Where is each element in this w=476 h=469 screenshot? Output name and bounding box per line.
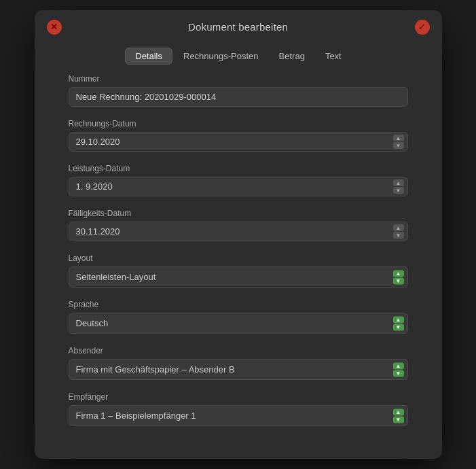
absender-select[interactable]: Firma mit Geschäftspapier – Absender B — [69, 359, 408, 380]
leistungsdatum-down-arrow[interactable]: ▼ — [393, 187, 404, 194]
title-bar: ✕ Dokument bearbeiten ✓ — [35, 10, 442, 44]
tab-text[interactable]: Text — [316, 48, 351, 65]
rechnungsdatum-arrows: ▲ ▼ — [393, 135, 404, 149]
layout-select[interactable]: Seitenleisten-Layout — [69, 266, 408, 288]
dialog: ✕ Dokument bearbeiten ✓ Details Rechnung… — [35, 10, 442, 459]
leistungsdatum-spinner: ▲ ▼ — [69, 177, 408, 196]
nummer-label: Nummer — [69, 74, 408, 84]
tab-bar: Details Rechnungs-Posten Betrag Text — [35, 44, 442, 74]
absender-label: Absender — [69, 346, 408, 355]
sprache-label: Sprache — [69, 300, 408, 309]
faelligkeitsdatum-up-arrow[interactable]: ▲ — [393, 224, 404, 231]
faelligkeitsdatum-input[interactable] — [69, 222, 408, 241]
faelligkeitsdatum-label: Fälligkeits-Datum — [69, 209, 408, 218]
absender-select-wrapper: Firma mit Geschäftspapier – Absender B ▲… — [69, 359, 408, 380]
layout-select-wrapper: Seitenleisten-Layout ▲ ▼ — [69, 266, 408, 288]
rechnungsdatum-up-arrow[interactable]: ▲ — [393, 135, 404, 141]
leistungsdatum-up-arrow[interactable]: ▲ — [393, 179, 404, 186]
rechnungsdatum-input[interactable] — [69, 132, 408, 152]
tab-rechnungsposten[interactable]: Rechnungs-Posten — [174, 48, 268, 65]
tab-details[interactable]: Details — [125, 48, 172, 65]
layout-label: Layout — [69, 254, 408, 263]
empfaenger-label: Empfänger — [69, 392, 408, 402]
empfaenger-select-wrapper: Firma 1 – Beispielempfänger 1 ▲ ▼ — [69, 405, 408, 426]
faelligkeitsdatum-field-group: Fälligkeits-Datum ▲ ▼ — [69, 209, 408, 241]
close-button[interactable]: ✕ — [47, 20, 62, 35]
leistungsdatum-input[interactable] — [69, 177, 408, 196]
empfaenger-select[interactable]: Firma 1 – Beispielempfänger 1 — [69, 405, 408, 426]
confirm-button[interactable]: ✓ — [415, 20, 430, 35]
dialog-title: Dokument bearbeiten — [188, 21, 288, 33]
faelligkeitsdatum-spinner: ▲ ▼ — [69, 222, 408, 241]
faelligkeitsdatum-down-arrow[interactable]: ▼ — [393, 232, 404, 239]
sprache-select[interactable]: Deutsch — [69, 313, 408, 334]
confirm-icon: ✓ — [418, 22, 426, 32]
form-content: Nummer Neue Rechnung: 20201029-000014 Re… — [35, 74, 442, 426]
rechnungsdatum-spinner: ▲ ▼ — [69, 132, 408, 152]
tab-betrag[interactable]: Betrag — [270, 48, 314, 65]
leistungsdatum-label: Leistungs-Datum — [69, 164, 408, 173]
empfaenger-field-group: Empfänger Firma 1 – Beispielempfänger 1 … — [69, 392, 408, 426]
rechnungsdatum-down-arrow[interactable]: ▼ — [393, 142, 404, 149]
layout-field-group: Layout Seitenleisten-Layout ▲ ▼ — [69, 254, 408, 288]
faelligkeitsdatum-arrows: ▲ ▼ — [393, 224, 404, 239]
nummer-field-group: Nummer Neue Rechnung: 20201029-000014 — [69, 74, 408, 107]
leistungsdatum-field-group: Leistungs-Datum ▲ ▼ — [69, 164, 408, 196]
nummer-value: Neue Rechnung: 20201029-000014 — [69, 87, 408, 107]
close-icon: ✕ — [50, 22, 58, 32]
sprache-field-group: Sprache Deutsch ▲ ▼ — [69, 300, 408, 334]
sprache-select-wrapper: Deutsch ▲ ▼ — [69, 313, 408, 334]
rechnungsdatum-field-group: Rechnungs-Datum ▲ ▼ — [69, 119, 408, 152]
rechnungsdatum-label: Rechnungs-Datum — [69, 119, 408, 128]
leistungsdatum-arrows: ▲ ▼ — [393, 179, 404, 194]
absender-field-group: Absender Firma mit Geschäftspapier – Abs… — [69, 346, 408, 380]
